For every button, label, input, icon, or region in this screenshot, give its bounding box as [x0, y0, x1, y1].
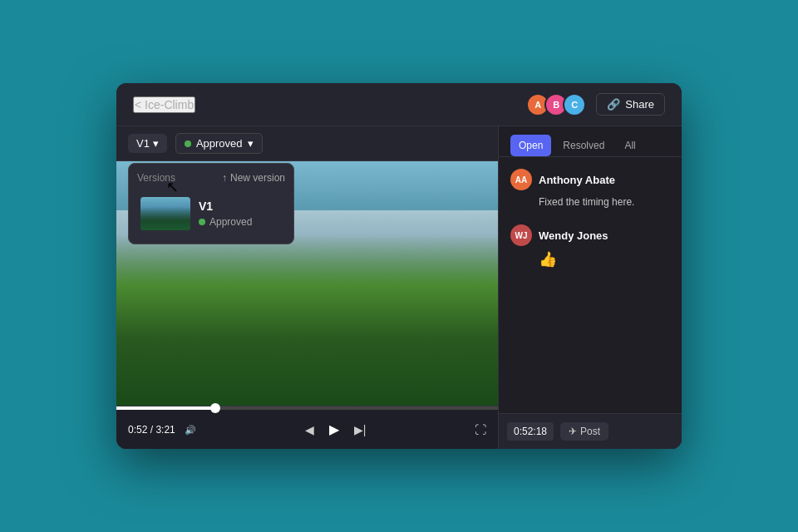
back-label: < Ice-Climb [135, 98, 194, 111]
versions-dropdown: Versions ↑ New version V1 [128, 163, 294, 244]
tab-open[interactable]: Open [510, 135, 551, 156]
comment-header-0: AA Anthony Abate [510, 169, 670, 190]
version-name: V1 [199, 200, 282, 213]
version-status-label: Approved [209, 216, 252, 228]
controls-row: 0:52 / 3:21 🔊 ◀ ▶ ▶| ⛶ [116, 410, 498, 449]
figure-group [116, 234, 498, 406]
step-back-button[interactable]: ◀ [303, 421, 316, 438]
approved-button[interactable]: Approved ▾ [175, 133, 263, 154]
avatars-group: A B C [526, 93, 586, 116]
current-time: 0:52 [128, 424, 147, 436]
comment-input-area: 0:52:18 ✈ Post [499, 413, 682, 449]
header-right: A B C 🔗 Share [526, 93, 665, 116]
versions-label: Versions [137, 172, 175, 184]
app-window: < Ice-Climb A B C 🔗 Share V1 ▾ [116, 83, 682, 449]
main-content: V1 ▾ Approved ▾ Versions ↑ New version [116, 126, 682, 449]
versions-dropdown-header: Versions ↑ New version [137, 172, 285, 184]
video-panel: V1 ▾ Approved ▾ Versions ↑ New version [116, 126, 499, 449]
version-status: Approved [199, 216, 282, 228]
post-icon: ✈ [569, 426, 577, 437]
version-item-v1[interactable]: V1 Approved [137, 192, 285, 235]
total-time: 3:21 [155, 424, 175, 436]
video-toolbar: V1 ▾ Approved ▾ [116, 126, 498, 161]
post-button[interactable]: ✈ Post [560, 422, 608, 441]
playback-controls: ◀ ▶ ▶| [303, 420, 368, 439]
step-forward-button[interactable]: ▶| [352, 421, 368, 438]
share-label: Share [625, 98, 654, 111]
time-display: 0:52 / 3:21 🔊 [128, 424, 196, 436]
avatar-3: C [563, 93, 586, 116]
version-label: V1 [136, 137, 150, 150]
upload-icon: ↑ [222, 172, 227, 184]
comment-text-0: Fixed the timing here. [510, 195, 670, 209]
post-label: Post [580, 426, 600, 437]
back-button[interactable]: < Ice-Climb [133, 96, 195, 113]
video-controls: 0:52 / 3:21 🔊 ◀ ▶ ▶| ⛶ [116, 406, 498, 449]
comment-header-1: WJ Wendy Jones [510, 224, 670, 246]
comment-avatar-1: WJ [510, 224, 532, 246]
comment-avatar-0: AA [510, 169, 532, 190]
comment-item-1: WJ Wendy Jones 👍 [510, 224, 670, 268]
play-button[interactable]: ▶ [328, 420, 341, 439]
tab-all[interactable]: All [616, 135, 643, 156]
version-button[interactable]: V1 ▾ [128, 134, 167, 153]
avatar-initials-0: AA [515, 175, 527, 185]
comment-author-1: Wendy Jones [539, 229, 608, 242]
header-left: < Ice-Climb [133, 96, 195, 113]
share-button[interactable]: 🔗 Share [596, 93, 665, 116]
header: < Ice-Climb A B C 🔗 Share [116, 83, 682, 126]
volume-icon[interactable]: 🔊 [185, 425, 196, 435]
status-dot-green [185, 140, 191, 147]
approved-label: Approved [196, 137, 243, 150]
chevron-down-icon: ▾ [153, 137, 159, 150]
version-info: V1 Approved [199, 200, 282, 228]
new-version-button[interactable]: ↑ New version [222, 172, 285, 184]
new-version-label: New version [230, 172, 285, 184]
comments-list: AA Anthony Abate Fixed the timing here. … [499, 157, 682, 413]
progress-fill [116, 406, 215, 410]
comment-emoji-1: 👍 [510, 250, 670, 268]
version-thumbnail-v1 [140, 197, 190, 230]
status-dot [199, 219, 205, 225]
avatar-initials-1: WJ [515, 231, 528, 240]
comments-tabs: Open Resolved All [499, 126, 682, 157]
share-icon: 🔗 [607, 98, 620, 111]
comment-author-0: Anthony Abate [539, 174, 615, 186]
progress-thumb[interactable] [210, 403, 220, 413]
fullscreen-button[interactable]: ⛶ [475, 423, 486, 436]
comment-item-0: AA Anthony Abate Fixed the timing here. [510, 169, 670, 209]
comment-time-badge: 0:52:18 [507, 422, 554, 441]
tab-resolved[interactable]: Resolved [554, 135, 613, 156]
progress-bar[interactable] [116, 406, 498, 410]
thumbnail-image [140, 197, 190, 230]
thumbnail-figures [140, 207, 190, 230]
approved-chevron-icon: ▾ [248, 137, 254, 150]
comments-panel: Open Resolved All AA Anthony Abate Fixed… [499, 126, 682, 449]
